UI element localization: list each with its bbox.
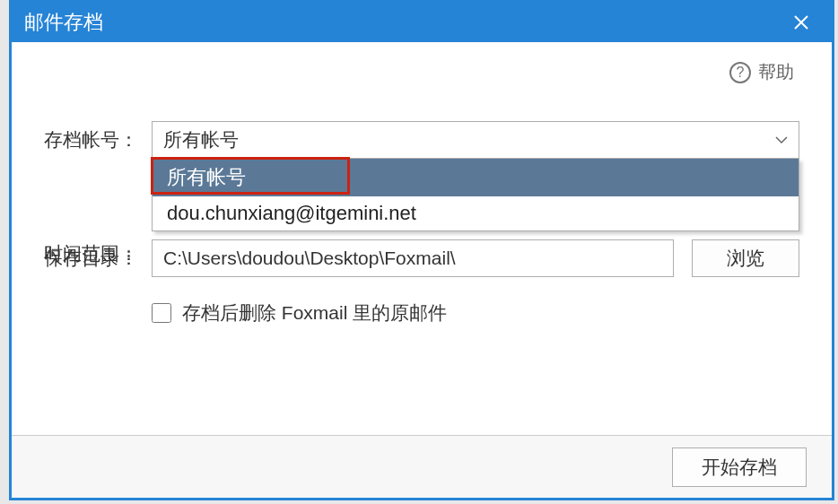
delete-after-row: 存档后删除 Foxmail 里的原邮件: [152, 300, 799, 326]
dialog-footer: 开始存档: [12, 435, 832, 498]
help-link[interactable]: ? 帮助: [729, 60, 794, 84]
close-button[interactable]: [783, 3, 819, 42]
chevron-down-icon: [775, 133, 788, 147]
form-area: 存档帐号： 所有帐号 所有帐号 dou.chunxiang@itgemini.n…: [44, 121, 799, 326]
time-range-row: 时间范围：: [44, 241, 152, 266]
account-dropdown: 所有帐号 dou.chunxiang@itgemini.net: [152, 159, 799, 231]
start-archive-button[interactable]: 开始存档: [672, 448, 807, 487]
account-option[interactable]: dou.chunxiang@itgemini.net: [153, 196, 799, 230]
mail-archive-dialog: 邮件存档 ? 帮助 存档帐号： 所有帐号 所有帐号 dou.chunxiang: [9, 0, 834, 500]
browse-button[interactable]: 浏览: [692, 239, 799, 277]
save-dir-row: 保存目录： 浏览: [44, 239, 799, 277]
titlebar: 邮件存档: [12, 3, 832, 42]
dialog-title: 邮件存档: [24, 9, 783, 36]
account-option[interactable]: 所有帐号: [153, 159, 799, 196]
delete-after-checkbox[interactable]: [152, 303, 171, 323]
account-label: 存档帐号：: [44, 127, 152, 152]
help-label: 帮助: [758, 60, 794, 84]
close-icon: [793, 14, 809, 30]
delete-after-label: 存档后删除 Foxmail 里的原邮件: [182, 300, 447, 326]
help-icon: ?: [729, 62, 751, 83]
account-select[interactable]: 所有帐号: [152, 121, 799, 159]
time-range-label: 时间范围：: [44, 241, 152, 266]
account-selected-value: 所有帐号: [163, 127, 239, 152]
dialog-content: ? 帮助 存档帐号： 所有帐号 所有帐号 dou.chunxiang@itgem…: [12, 42, 832, 435]
account-row: 存档帐号： 所有帐号 所有帐号 dou.chunxiang@itgemini.n…: [44, 121, 799, 159]
save-dir-input[interactable]: [152, 239, 674, 277]
